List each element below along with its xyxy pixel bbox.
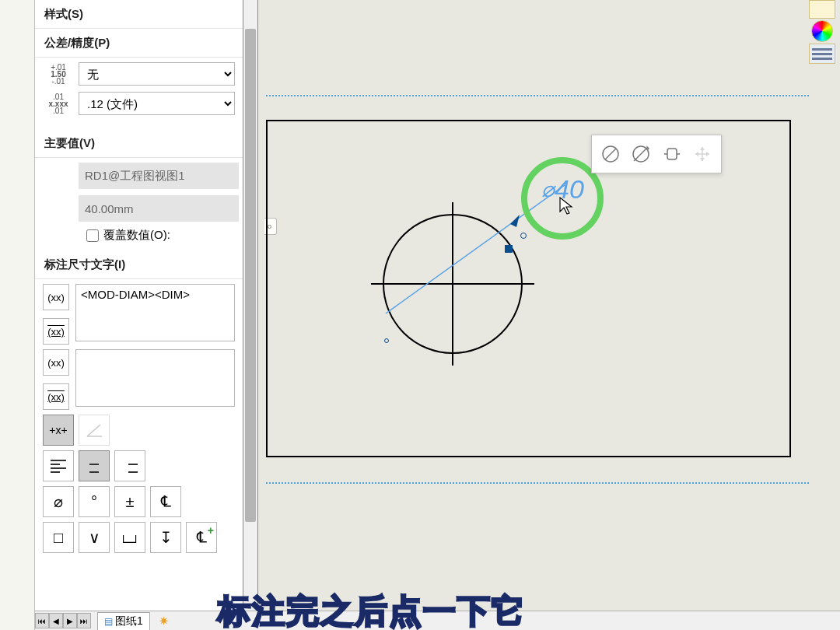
suffix-box-button[interactable]: (xx)	[43, 383, 69, 410]
svg-marker-15	[700, 158, 705, 161]
plusminus-button[interactable]: ±	[114, 486, 145, 517]
add-symbol-button[interactable]: ℄+	[186, 522, 217, 553]
align-left-button[interactable]	[43, 450, 74, 481]
section-style[interactable]: 样式(S)	[35, 0, 243, 29]
prefix-parens-button[interactable]: (xx)	[43, 284, 69, 310]
dim-name-field[interactable]	[79, 163, 239, 189]
guide-top	[266, 95, 809, 96]
diameter-symbol-button[interactable]: ⌀	[43, 486, 74, 517]
nav-first-button[interactable]: ⏮	[35, 613, 49, 628]
tolerance-type-select[interactable]: 无	[79, 62, 235, 86]
color-wheel-button[interactable]	[811, 20, 833, 42]
scroll-thumb[interactable]	[245, 29, 256, 522]
suffix-parens-button[interactable]: (xx)	[43, 349, 69, 376]
degree-symbol-button[interactable]: °	[79, 486, 110, 517]
dim-value-field[interactable]	[79, 195, 239, 222]
leader-grip-mid[interactable]	[520, 233, 527, 239]
list-view-button[interactable]	[809, 44, 835, 64]
nav-prev-button[interactable]: ◀	[49, 613, 63, 628]
new-sheet-button[interactable]: ✷	[155, 613, 173, 628]
prefix-box-button[interactable]: (xx)	[43, 318, 69, 345]
panel-scrollbar[interactable]	[243, 0, 258, 611]
svg-line-5	[634, 147, 648, 161]
svg-marker-12	[706, 152, 709, 156]
counterbore-button[interactable]: ⌴	[114, 522, 145, 553]
appearance-button[interactable]	[809, 0, 835, 19]
svg-marker-1	[510, 215, 520, 227]
square-symbol-button[interactable]: □	[43, 522, 74, 553]
precision-select[interactable]: .12 (文件)	[79, 92, 235, 115]
svg-marker-14	[700, 147, 705, 150]
primary-body: ▲ ▼ 覆盖数值(O):	[35, 158, 243, 250]
phi-symbol: ⌀	[541, 177, 555, 202]
section-tolerance[interactable]: 公差/精度(P)	[35, 29, 243, 58]
ctx-move-icon[interactable]	[689, 141, 716, 167]
ctx-radius-icon[interactable]	[628, 141, 654, 167]
align-center-button[interactable]	[79, 450, 110, 481]
leader-grip-start[interactable]	[505, 245, 513, 253]
section-primary[interactable]: 主要值(V)	[35, 129, 243, 158]
sheet-icon: ▤	[104, 616, 113, 627]
svg-line-3	[605, 149, 616, 159]
svg-rect-7	[667, 149, 677, 159]
depth-button[interactable]: ↧	[150, 522, 181, 553]
precision-icon: .01x.xxx.01	[43, 93, 74, 114]
dim-text-upper[interactable]: <MOD-DIAM><DIM>	[75, 284, 235, 341]
insert-left-button[interactable]: +x+	[43, 415, 74, 446]
mouse-cursor	[558, 196, 576, 219]
override-label: 覆盖数值(O):	[103, 228, 170, 243]
angle-button	[79, 415, 110, 446]
align-right-button[interactable]	[114, 450, 145, 481]
guide-bottom	[266, 482, 809, 484]
context-toolbar	[591, 135, 722, 173]
property-panel: 样式(S) 公差/精度(P) +.011.50-.01 无 .01x.xxx.0…	[35, 0, 243, 611]
chevron-down-button[interactable]: ∨	[79, 522, 110, 553]
right-toolbar	[804, 0, 840, 64]
left-gutter	[0, 0, 35, 630]
section-dimtext[interactable]: 标注尺寸文字(I)	[35, 250, 243, 279]
ctx-diameter-icon[interactable]	[597, 141, 624, 167]
sheet-tab[interactable]: ▤ 图纸1	[97, 612, 150, 630]
nav-last-button[interactable]: ⏭	[77, 613, 91, 628]
ctx-linear-icon[interactable]	[659, 141, 685, 167]
dim-text-lower[interactable]	[75, 349, 235, 407]
tolerance-type-icon: +.011.50-.01	[43, 64, 74, 85]
nav-next-button[interactable]: ▶	[63, 613, 77, 628]
dimtext-body: (xx) (xx) <MOD-DIAM><DIM> (xx) (xx) +x+ …	[35, 279, 243, 565]
endpoint-dot	[384, 338, 389, 343]
centerline-button[interactable]: ℄	[150, 486, 181, 517]
tolerance-body: +.011.50-.01 无 .01x.xxx.01 .12 (文件)	[35, 58, 243, 129]
svg-marker-13	[695, 152, 698, 156]
override-checkbox[interactable]	[86, 229, 99, 242]
video-caption: 标注完之后点一下它	[218, 590, 526, 630]
